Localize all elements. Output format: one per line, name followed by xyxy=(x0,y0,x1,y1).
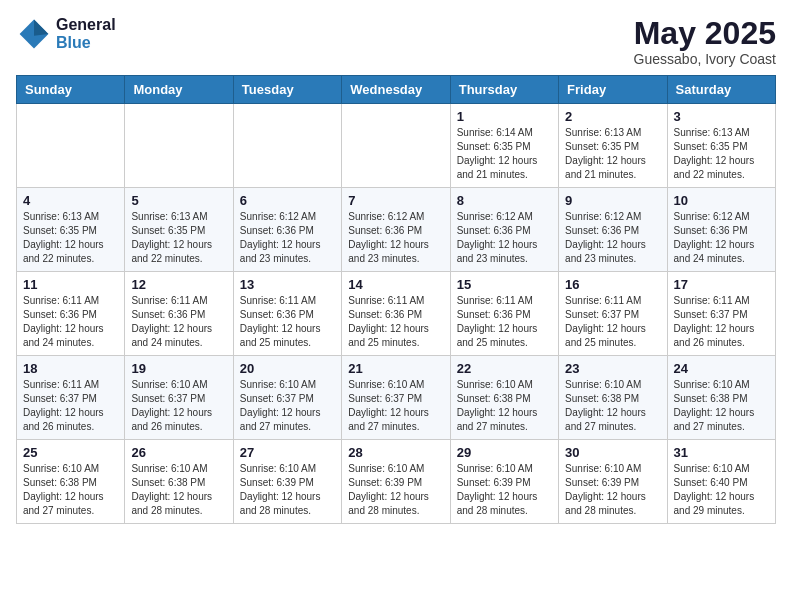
day-info: Sunrise: 6:10 AM Sunset: 6:39 PM Dayligh… xyxy=(240,462,335,518)
day-number: 15 xyxy=(457,277,552,292)
calendar-week-row: 1Sunrise: 6:14 AM Sunset: 6:35 PM Daylig… xyxy=(17,104,776,188)
calendar-cell: 18Sunrise: 6:11 AM Sunset: 6:37 PM Dayli… xyxy=(17,356,125,440)
day-info: Sunrise: 6:12 AM Sunset: 6:36 PM Dayligh… xyxy=(674,210,769,266)
calendar-cell: 4Sunrise: 6:13 AM Sunset: 6:35 PM Daylig… xyxy=(17,188,125,272)
calendar-cell xyxy=(125,104,233,188)
day-info: Sunrise: 6:12 AM Sunset: 6:36 PM Dayligh… xyxy=(457,210,552,266)
day-info: Sunrise: 6:13 AM Sunset: 6:35 PM Dayligh… xyxy=(23,210,118,266)
day-header-monday: Monday xyxy=(125,76,233,104)
calendar-cell: 3Sunrise: 6:13 AM Sunset: 6:35 PM Daylig… xyxy=(667,104,775,188)
logo-icon xyxy=(16,16,52,52)
calendar-cell: 7Sunrise: 6:12 AM Sunset: 6:36 PM Daylig… xyxy=(342,188,450,272)
calendar-cell xyxy=(17,104,125,188)
day-number: 5 xyxy=(131,193,226,208)
day-header-saturday: Saturday xyxy=(667,76,775,104)
day-header-wednesday: Wednesday xyxy=(342,76,450,104)
day-info: Sunrise: 6:14 AM Sunset: 6:35 PM Dayligh… xyxy=(457,126,552,182)
calendar-week-row: 18Sunrise: 6:11 AM Sunset: 6:37 PM Dayli… xyxy=(17,356,776,440)
logo: General Blue xyxy=(16,16,116,52)
calendar-cell: 29Sunrise: 6:10 AM Sunset: 6:39 PM Dayli… xyxy=(450,440,558,524)
day-number: 24 xyxy=(674,361,769,376)
calendar-cell: 15Sunrise: 6:11 AM Sunset: 6:36 PM Dayli… xyxy=(450,272,558,356)
day-info: Sunrise: 6:10 AM Sunset: 6:38 PM Dayligh… xyxy=(131,462,226,518)
calendar-cell: 17Sunrise: 6:11 AM Sunset: 6:37 PM Dayli… xyxy=(667,272,775,356)
day-header-tuesday: Tuesday xyxy=(233,76,341,104)
calendar-cell: 31Sunrise: 6:10 AM Sunset: 6:40 PM Dayli… xyxy=(667,440,775,524)
calendar-cell: 11Sunrise: 6:11 AM Sunset: 6:36 PM Dayli… xyxy=(17,272,125,356)
day-info: Sunrise: 6:10 AM Sunset: 6:38 PM Dayligh… xyxy=(457,378,552,434)
day-info: Sunrise: 6:10 AM Sunset: 6:37 PM Dayligh… xyxy=(131,378,226,434)
location-subtitle: Guessabo, Ivory Coast xyxy=(634,51,776,67)
day-info: Sunrise: 6:11 AM Sunset: 6:36 PM Dayligh… xyxy=(23,294,118,350)
calendar-cell: 9Sunrise: 6:12 AM Sunset: 6:36 PM Daylig… xyxy=(559,188,667,272)
day-info: Sunrise: 6:11 AM Sunset: 6:37 PM Dayligh… xyxy=(674,294,769,350)
day-number: 19 xyxy=(131,361,226,376)
day-info: Sunrise: 6:10 AM Sunset: 6:40 PM Dayligh… xyxy=(674,462,769,518)
day-info: Sunrise: 6:12 AM Sunset: 6:36 PM Dayligh… xyxy=(240,210,335,266)
day-number: 10 xyxy=(674,193,769,208)
day-number: 18 xyxy=(23,361,118,376)
svg-marker-1 xyxy=(34,20,48,36)
calendar-cell: 26Sunrise: 6:10 AM Sunset: 6:38 PM Dayli… xyxy=(125,440,233,524)
day-number: 9 xyxy=(565,193,660,208)
day-number: 28 xyxy=(348,445,443,460)
calendar-cell: 14Sunrise: 6:11 AM Sunset: 6:36 PM Dayli… xyxy=(342,272,450,356)
calendar-cell: 24Sunrise: 6:10 AM Sunset: 6:38 PM Dayli… xyxy=(667,356,775,440)
day-info: Sunrise: 6:10 AM Sunset: 6:37 PM Dayligh… xyxy=(240,378,335,434)
day-number: 8 xyxy=(457,193,552,208)
day-header-thursday: Thursday xyxy=(450,76,558,104)
day-number: 22 xyxy=(457,361,552,376)
day-info: Sunrise: 6:10 AM Sunset: 6:39 PM Dayligh… xyxy=(457,462,552,518)
calendar-cell: 2Sunrise: 6:13 AM Sunset: 6:35 PM Daylig… xyxy=(559,104,667,188)
day-info: Sunrise: 6:10 AM Sunset: 6:38 PM Dayligh… xyxy=(565,378,660,434)
calendar-week-row: 11Sunrise: 6:11 AM Sunset: 6:36 PM Dayli… xyxy=(17,272,776,356)
day-number: 16 xyxy=(565,277,660,292)
day-number: 7 xyxy=(348,193,443,208)
title-area: May 2025 Guessabo, Ivory Coast xyxy=(634,16,776,67)
day-number: 4 xyxy=(23,193,118,208)
day-number: 12 xyxy=(131,277,226,292)
day-info: Sunrise: 6:10 AM Sunset: 6:37 PM Dayligh… xyxy=(348,378,443,434)
calendar-week-row: 4Sunrise: 6:13 AM Sunset: 6:35 PM Daylig… xyxy=(17,188,776,272)
calendar-week-row: 25Sunrise: 6:10 AM Sunset: 6:38 PM Dayli… xyxy=(17,440,776,524)
day-header-sunday: Sunday xyxy=(17,76,125,104)
day-number: 27 xyxy=(240,445,335,460)
calendar-cell: 1Sunrise: 6:14 AM Sunset: 6:35 PM Daylig… xyxy=(450,104,558,188)
day-info: Sunrise: 6:11 AM Sunset: 6:36 PM Dayligh… xyxy=(457,294,552,350)
calendar-cell: 10Sunrise: 6:12 AM Sunset: 6:36 PM Dayli… xyxy=(667,188,775,272)
day-info: Sunrise: 6:10 AM Sunset: 6:39 PM Dayligh… xyxy=(565,462,660,518)
month-title: May 2025 xyxy=(634,16,776,51)
day-number: 14 xyxy=(348,277,443,292)
day-number: 1 xyxy=(457,109,552,124)
day-number: 25 xyxy=(23,445,118,460)
day-number: 30 xyxy=(565,445,660,460)
calendar-header-row: SundayMondayTuesdayWednesdayThursdayFrid… xyxy=(17,76,776,104)
day-number: 23 xyxy=(565,361,660,376)
calendar-cell: 23Sunrise: 6:10 AM Sunset: 6:38 PM Dayli… xyxy=(559,356,667,440)
day-number: 26 xyxy=(131,445,226,460)
day-info: Sunrise: 6:11 AM Sunset: 6:37 PM Dayligh… xyxy=(565,294,660,350)
day-info: Sunrise: 6:13 AM Sunset: 6:35 PM Dayligh… xyxy=(674,126,769,182)
day-info: Sunrise: 6:13 AM Sunset: 6:35 PM Dayligh… xyxy=(565,126,660,182)
day-number: 11 xyxy=(23,277,118,292)
day-info: Sunrise: 6:11 AM Sunset: 6:37 PM Dayligh… xyxy=(23,378,118,434)
day-number: 31 xyxy=(674,445,769,460)
day-info: Sunrise: 6:11 AM Sunset: 6:36 PM Dayligh… xyxy=(348,294,443,350)
calendar-cell: 6Sunrise: 6:12 AM Sunset: 6:36 PM Daylig… xyxy=(233,188,341,272)
day-header-friday: Friday xyxy=(559,76,667,104)
calendar-cell: 13Sunrise: 6:11 AM Sunset: 6:36 PM Dayli… xyxy=(233,272,341,356)
day-info: Sunrise: 6:12 AM Sunset: 6:36 PM Dayligh… xyxy=(348,210,443,266)
calendar-cell: 21Sunrise: 6:10 AM Sunset: 6:37 PM Dayli… xyxy=(342,356,450,440)
calendar-cell: 16Sunrise: 6:11 AM Sunset: 6:37 PM Dayli… xyxy=(559,272,667,356)
calendar-cell: 27Sunrise: 6:10 AM Sunset: 6:39 PM Dayli… xyxy=(233,440,341,524)
calendar-cell xyxy=(233,104,341,188)
day-number: 13 xyxy=(240,277,335,292)
calendar-cell: 22Sunrise: 6:10 AM Sunset: 6:38 PM Dayli… xyxy=(450,356,558,440)
calendar-cell: 30Sunrise: 6:10 AM Sunset: 6:39 PM Dayli… xyxy=(559,440,667,524)
day-info: Sunrise: 6:10 AM Sunset: 6:38 PM Dayligh… xyxy=(23,462,118,518)
day-number: 29 xyxy=(457,445,552,460)
day-info: Sunrise: 6:11 AM Sunset: 6:36 PM Dayligh… xyxy=(240,294,335,350)
day-number: 21 xyxy=(348,361,443,376)
day-number: 2 xyxy=(565,109,660,124)
day-info: Sunrise: 6:10 AM Sunset: 6:38 PM Dayligh… xyxy=(674,378,769,434)
